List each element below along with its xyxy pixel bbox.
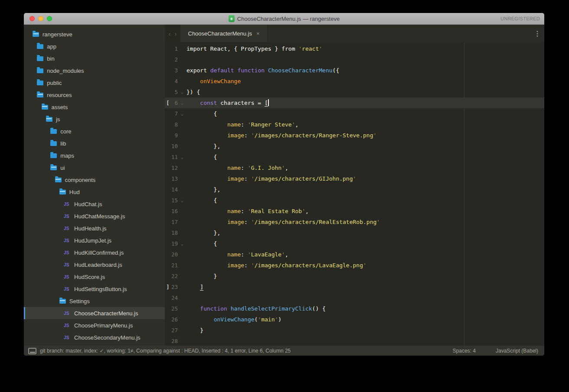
line-number[interactable]: 22 [165,273,178,279]
code-line-1[interactable]: 1import React, { PropTypes } from 'react… [165,43,544,54]
line-number[interactable]: 5 [165,89,178,95]
line-number[interactable]: 12 [165,165,178,171]
sidebar-item-maps[interactable]: maps [24,149,165,162]
line-number[interactable]: 7 [165,110,178,117]
code-line-3[interactable]: 3export default function ChooseCharacter… [165,65,544,76]
line-number[interactable]: 8 [165,121,178,128]
code-line-13[interactable]: 13 image: '/images/characters/GIJohn.png… [165,173,544,184]
minimize-window-button[interactable] [38,16,43,21]
line-number[interactable]: 26 [165,316,178,323]
line-number[interactable]: 27 [165,327,178,334]
line-number[interactable]: 9 [165,132,178,139]
line-number[interactable]: 13 [165,175,178,182]
sidebar-item-hudkillconfirmed-js[interactable]: JSHudKillConfirmed.js [24,246,165,259]
sidebar-item-hudhealth-js[interactable]: JSHudHealth.js [24,222,165,234]
tab-nav-arrows: ‹ › [165,25,180,42]
line-number[interactable]: 10 [165,143,178,149]
code-line-17[interactable]: 17 image: '/images/characters/RealEstate… [165,217,544,227]
code-line-6[interactable]: [6⌄ const characters = [ [165,97,544,108]
sidebar-item-bin[interactable]: bin [24,52,165,65]
line-number[interactable]: 1 [165,45,178,52]
sidebar-item-hudchat-js[interactable]: JSHudChat.js [24,198,165,210]
line-number[interactable]: 14 [165,186,178,193]
sidebar-item-components[interactable]: components [24,174,165,186]
sidebar-item-node-modules[interactable]: node_modules [24,65,165,77]
code-line-19[interactable]: 19⌄ { [165,238,544,249]
sidebar-item-ui[interactable]: ui [24,162,165,174]
sidebar-item-chooseprimarymenu-js[interactable]: JSChoosePrimaryMenu.js [24,319,165,331]
line-number[interactable]: 2 [165,56,178,63]
fold-arrow-icon[interactable]: ⌄ [179,108,186,119]
fold-arrow-icon[interactable]: ⌄ [179,97,186,108]
code-line-27[interactable]: 27 } [165,325,544,336]
line-number[interactable]: 25 [165,305,178,312]
code-line-26[interactable]: 26 onViewChange('main') [165,314,544,325]
code-line-21[interactable]: 21 image: '/images/characters/LavaEagle.… [165,260,544,271]
tab-back-icon[interactable]: ‹ [169,30,171,37]
code-line-15[interactable]: 15⌄ { [165,195,544,206]
code-line-2[interactable]: 2 [165,54,544,65]
fold-arrow-icon[interactable]: ⌄ [179,152,186,162]
sidebar-item-assets[interactable]: assets [24,101,165,113]
tab-forward-icon[interactable]: › [175,30,177,37]
line-number[interactable]: 17 [165,219,178,225]
line-number[interactable]: 19 [165,240,178,247]
line-number[interactable]: 18 [165,230,178,236]
sidebar-item-choosecharactermenu-js[interactable]: JSChooseCharacterMenu.js [24,307,165,319]
code-line-8[interactable]: 8 name: 'Ranger Steve', [165,119,544,130]
close-window-button[interactable] [29,16,35,21]
code-line-12[interactable]: 12 name: 'G.I. John', [165,162,544,173]
fold-arrow-icon[interactable]: ⌄ [179,238,186,249]
sidebar-item-app[interactable]: app [24,40,165,52]
code-line-5[interactable]: 5⌄}) { [165,87,544,97]
line-number[interactable]: 24 [165,295,178,301]
sidebar-item-choosesecondarymenu-js[interactable]: JSChooseSecondaryMenu.js [24,331,165,343]
sidebar-item-public[interactable]: public [24,77,165,89]
code-line-16[interactable]: 16 name: 'Real Estate Rob', [165,206,544,217]
sidebar-item-js[interactable]: js [24,113,165,125]
code-line-11[interactable]: 11⌄ { [165,152,544,162]
sidebar-item-lib[interactable]: lib [24,137,165,149]
fold-arrow-icon[interactable]: ⌄ [179,195,186,206]
line-number[interactable]: 16 [165,208,178,214]
code-line-9[interactable]: 9 image: '/images/characters/Ranger-Stev… [165,130,544,141]
code-line-23[interactable]: ]23 ] [165,282,544,292]
sidebar-item-hud[interactable]: Hud [24,186,165,198]
code-line-18[interactable]: 18 }, [165,227,544,238]
code-line-25[interactable]: 25 function handleSelectPrimaryClick() { [165,303,544,314]
sidebar-item-hudchatmessage-js[interactable]: JSHudChatMessage.js [24,210,165,222]
line-number[interactable]: 28 [165,338,178,344]
sidebar-item-settings[interactable]: Settings [24,295,165,307]
line-number[interactable]: 21 [165,262,178,269]
code-line-24[interactable]: 24 [165,292,544,303]
line-number[interactable]: 3 [165,67,178,74]
panel-toggle-icon[interactable] [28,348,36,354]
code-area[interactable]: 1import React, { PropTypes } from 'react… [165,42,544,346]
code-line-20[interactable]: 20 name: 'LavaEagle', [165,249,544,260]
sidebar-item-hudsettingsbutton-js[interactable]: JSHudSettingsButton.js [24,283,165,295]
sidebar-item-hudjumpjet-js[interactable]: JSHudJumpJet.js [24,234,165,246]
tab-choosecharactermenu[interactable]: ChooseCharacterMenu.js × [180,25,268,42]
syntax-setting[interactable]: JavaScript (Babel) [496,348,538,354]
zoom-window-button[interactable] [47,16,52,21]
tab-close-icon[interactable]: × [256,30,260,37]
line-number[interactable]: 15 [165,197,178,204]
indent-setting[interactable]: Spaces: 4 [453,348,476,354]
code-line-7[interactable]: 7⌄ { [165,108,544,119]
tab-overflow-menu-icon[interactable]: ⋮ [534,25,541,42]
line-number[interactable]: 4 [165,78,178,84]
code-line-22[interactable]: 22 } [165,271,544,282]
sidebar-item-hudscore-js[interactable]: JSHudScore.js [24,271,165,283]
code-line-4[interactable]: 4 onViewChange [165,76,544,87]
code-line-28[interactable]: 28 [165,336,544,346]
sidebar-item-hudleaderboard-js[interactable]: JSHudLeaderboard.js [24,259,165,271]
sidebar-item-label: Hud [69,189,80,195]
sidebar-item-resources[interactable]: resources [24,89,165,101]
code-line-14[interactable]: 14 }, [165,184,544,195]
sidebar-item-rangersteve[interactable]: rangersteve [24,28,165,40]
line-number[interactable]: 11 [165,154,178,160]
fold-arrow-icon[interactable]: ⌄ [179,87,186,97]
line-number[interactable]: 20 [165,251,178,258]
code-line-10[interactable]: 10 }, [165,141,544,152]
sidebar-item-core[interactable]: core [24,125,165,137]
